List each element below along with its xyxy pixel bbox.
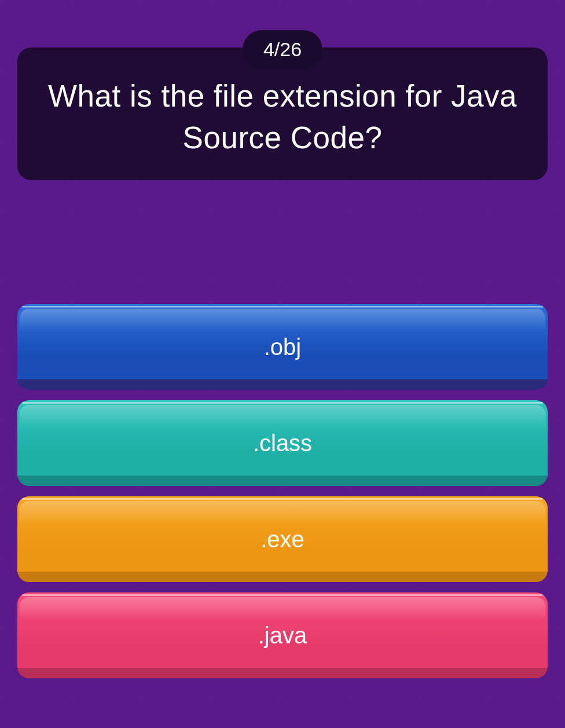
progress-label: 4/26 — [263, 38, 302, 60]
answer-option-1[interactable]: .obj — [17, 304, 548, 390]
answer-label: .java — [258, 623, 307, 649]
progress-counter: 4/26 — [243, 30, 322, 69]
question-text: What is the file extension for Java Sour… — [41, 75, 524, 158]
answer-option-2[interactable]: .class — [17, 400, 548, 486]
answer-label: .exe — [261, 526, 304, 553]
answers-container: .obj .class .exe .java — [17, 304, 548, 678]
answer-label: .obj — [264, 334, 302, 360]
answer-option-3[interactable]: .exe — [17, 496, 548, 582]
answer-option-4[interactable]: .java — [17, 592, 548, 678]
answer-label: .class — [253, 430, 312, 456]
